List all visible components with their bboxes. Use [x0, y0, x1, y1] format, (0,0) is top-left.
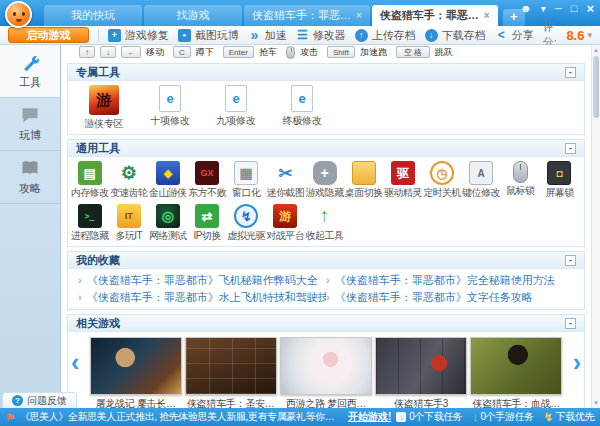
- hotkey-label-sprint: 加速跑: [360, 46, 387, 59]
- tool-duowan-it[interactable]: 多玩IT: [109, 204, 148, 243]
- tool-network-test[interactable]: 网络测试: [148, 204, 187, 243]
- arrow-bullet-icon: [78, 274, 82, 286]
- carousel-next-button[interactable]: [573, 350, 581, 375]
- favorite-link[interactable]: 《侠盗猎车手：罪恶都市》完全秘籍使用方法: [326, 272, 574, 288]
- download-save-button[interactable]: 下载存档: [425, 28, 486, 43]
- start-game-link[interactable]: 开始游戏!: [348, 410, 391, 424]
- tab-close-icon[interactable]: ×: [356, 11, 362, 21]
- collapse-button[interactable]: -: [565, 143, 576, 154]
- tab-find-games[interactable]: 找游戏: [144, 5, 242, 26]
- window-icon: [234, 161, 258, 185]
- tool-virtual-drive[interactable]: 虚拟光驱: [227, 204, 266, 243]
- tool-windowize[interactable]: 窗口化: [227, 161, 266, 200]
- gx-trainer-icon: [195, 161, 219, 185]
- tab-game-vice-city-2[interactable]: 侠盗猎车手：罪恶… ×: [372, 5, 498, 26]
- scrollbar[interactable]: [591, 45, 600, 408]
- tool-mini-screenshot[interactable]: 迷你截图: [266, 161, 305, 200]
- sidebar-item-tools[interactable]: 工具: [0, 45, 60, 98]
- download-priority[interactable]: 下载优先: [544, 410, 594, 424]
- buddy-icon[interactable]: [520, 3, 532, 14]
- minimize-button[interactable]: [555, 4, 562, 14]
- tool-game-hide[interactable]: 游戏隐藏: [305, 161, 344, 200]
- tool-memory-edit[interactable]: 内存修改: [70, 161, 109, 200]
- panel-common-tools: 通用工具 - 内存修改 变速齿轮 金山游侠 东方不败 窗口化 迷你截图 游戏隐藏…: [67, 139, 585, 247]
- process-hide-icon: [78, 204, 102, 228]
- scroll-up-arrow[interactable]: [592, 45, 600, 55]
- tool-jinshan-ranger[interactable]: 金山游侠: [148, 161, 187, 200]
- youxia-zone-icon: [89, 85, 119, 115]
- toolbar: 启动游戏 游戏修复 截图玩博 加速 修改器 上传存档 下载存档 分享: [0, 26, 600, 45]
- statusbar: 《思美人》全新思美人正式推出, 抢先体验思美人新服,更有专属豪礼等你领取! 开始…: [0, 408, 600, 426]
- carousel-prev-button[interactable]: [71, 350, 79, 375]
- tool-ten-item-trainer[interactable]: 十项修改: [144, 85, 196, 131]
- panel-related-games: 相关游戏 - 屠龙战记 鏖击长… 侠盗猎车手：圣安… 西游之路: [67, 314, 585, 408]
- tab-my-kuaiwan[interactable]: 我的快玩: [44, 5, 142, 26]
- download-tasks[interactable]: 0个下载任务: [396, 410, 462, 424]
- game-repair-button[interactable]: 游戏修复: [108, 28, 169, 43]
- question-mark-icon: [12, 395, 23, 406]
- game-thumbnail[interactable]: 侠盗猎车手：圣安…: [183, 337, 278, 408]
- tab-close-icon[interactable]: ×: [484, 11, 490, 21]
- game-thumbnail[interactable]: 侠盗猎车手3: [374, 337, 469, 408]
- modifier-button[interactable]: 修改器: [296, 28, 346, 43]
- app-logo-icon[interactable]: [5, 1, 32, 28]
- games-carousel: 屠龙战记 鏖击长… 侠盗猎车手：圣安… 西游之路 梦回西… 侠盗猎车手3: [68, 332, 584, 408]
- tool-shutdown-timer[interactable]: 定时关机: [422, 161, 461, 200]
- collapse-button[interactable]: -: [565, 67, 576, 78]
- maximize-button[interactable]: [571, 3, 578, 14]
- tool-battle-platform[interactable]: 对战平台: [266, 204, 305, 243]
- tool-screen-lock[interactable]: 屏幕锁: [540, 161, 579, 200]
- scrollbar-thumb[interactable]: [593, 56, 599, 118]
- mobile-game-tasks[interactable]: 0个手游任务: [472, 410, 533, 424]
- dropdown-arrow-icon[interactable]: [541, 4, 546, 14]
- tool-desktop-switch[interactable]: 桌面切换: [344, 161, 383, 200]
- favorite-link[interactable]: 《侠盗猎车手：罪恶都市》水上飞机特技和驾驶技巧: [78, 289, 326, 305]
- tool-youxia-zone[interactable]: 游侠专区: [78, 85, 130, 131]
- close-button[interactable]: [586, 2, 594, 15]
- game-thumbnail[interactable]: 西游之路 梦回西…: [278, 337, 373, 408]
- panel-title: 我的收藏: [76, 253, 120, 268]
- duowan-it-icon: [117, 204, 141, 228]
- screenshot-blog-button[interactable]: 截图玩博: [178, 28, 239, 43]
- favorite-link[interactable]: 《侠盗猎车手：罪恶都市》飞机秘籍作弊码大全: [78, 272, 326, 288]
- panel-header: 我的收藏 -: [68, 252, 584, 269]
- share-button[interactable]: 分享: [495, 28, 534, 43]
- rating-value: 8.6: [566, 28, 584, 43]
- feedback-tab[interactable]: 问题反馈: [2, 392, 77, 408]
- collapse-button[interactable]: -: [565, 318, 576, 329]
- tab-bar: 我的快玩 找游戏 侠盗猎车手：罪恶… × 侠盗猎车手：罪恶… × +: [44, 4, 525, 26]
- share-icon: [495, 29, 508, 42]
- tool-ultimate-trainer[interactable]: 终极修改: [276, 85, 328, 131]
- tool-collapse-tools[interactable]: 收起工具: [305, 204, 344, 243]
- mouse-lock-icon: [513, 161, 528, 183]
- game-thumbnail[interactable]: 屠龙战记 鏖击长…: [88, 337, 183, 408]
- speed-gear-icon: [117, 161, 141, 185]
- ip-switch-icon: [195, 204, 219, 228]
- tool-nine-item-trainer[interactable]: 九项修改: [210, 85, 262, 131]
- sidebar-item-guides[interactable]: 攻略: [0, 151, 60, 204]
- tool-dongfang-trainer[interactable]: 东方不败: [187, 161, 226, 200]
- camera-icon: [178, 29, 191, 42]
- boost-button[interactable]: 加速: [248, 28, 287, 43]
- tool-ip-switch[interactable]: IP切换: [187, 204, 226, 243]
- tool-driver-genius[interactable]: 驱动精灵: [383, 161, 422, 200]
- tool-process-hide[interactable]: 进程隐藏: [70, 204, 109, 243]
- tool-keybind-edit[interactable]: 键位修改: [462, 161, 501, 200]
- megaphone-icon: [6, 412, 15, 423]
- favorite-link[interactable]: 《侠盗猎车手：罪恶都市》文字任务攻略: [326, 289, 574, 305]
- scroll-down-arrow[interactable]: [592, 398, 600, 408]
- titlebar: 我的快玩 找游戏 侠盗猎车手：罪恶… × 侠盗猎车手：罪恶… × +: [0, 0, 600, 26]
- launch-game-button[interactable]: 启动游戏: [8, 27, 89, 43]
- window-controls: [520, 2, 594, 15]
- tab-game-vice-city-1[interactable]: 侠盗猎车手：罪恶… ×: [244, 5, 370, 26]
- enter-key: Enter: [223, 46, 254, 58]
- upload-save-button[interactable]: 上传存档: [355, 28, 416, 43]
- tool-speed-gear[interactable]: 变速齿轮: [109, 161, 148, 200]
- panel-title: 专属工具: [76, 65, 120, 80]
- game-thumbnail[interactable]: 侠盗猎车手：血战…: [469, 337, 564, 408]
- panel-exclusive-tools: 专属工具 - 游侠专区 十项修改 九项修改: [67, 63, 585, 135]
- collapse-button[interactable]: -: [565, 255, 576, 266]
- panel-header: 相关游戏 -: [68, 315, 584, 332]
- sidebar-item-blog[interactable]: 玩博: [0, 98, 60, 151]
- tool-mouse-lock[interactable]: 鼠标锁: [501, 161, 540, 200]
